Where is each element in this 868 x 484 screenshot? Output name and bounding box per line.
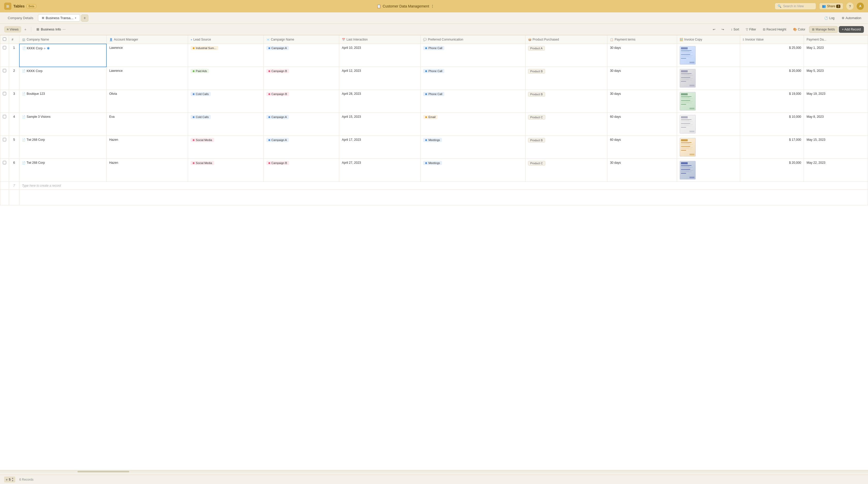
cell-lead-source-4: Cold Calls <box>188 113 264 136</box>
th-account-manager[interactable]: 👤Account Manager <box>106 35 188 44</box>
cell-last-interaction-4: April 15, 2023 <box>339 113 421 136</box>
row-checkbox-1[interactable] <box>0 44 9 67</box>
manage-fields-button[interactable]: ⊞ Manage fields <box>809 26 838 33</box>
page-number: 5 <box>9 478 10 481</box>
cell-payment-date-3: May 19, 2023 <box>804 90 868 113</box>
cell-company-6[interactable]: 📄 Twi 268 Corp <box>20 159 107 182</box>
app-branding: ⊞ Tables Beta <box>4 3 36 10</box>
cell-company-1[interactable]: 📄 KKKK Corp +✱ <box>20 44 107 67</box>
add-record-button[interactable]: + Add Record <box>839 26 864 33</box>
tab-dropdown-icon[interactable]: ▾ <box>75 17 76 20</box>
page-stepper[interactable]: ▲ ▼ <box>11 477 14 482</box>
doc-menu-icon[interactable]: ⋮ <box>431 4 434 8</box>
cell-preferred-comm-5: Meetings <box>421 136 525 159</box>
sort-button[interactable]: ↕ Sort <box>728 26 742 33</box>
cell-campaign-2: Campaign B <box>264 67 339 90</box>
cell-product-purchased-6: Product C <box>525 159 607 182</box>
th-campaign-name[interactable]: 📧Campaign Name <box>264 35 339 44</box>
scrollbar-area[interactable] <box>0 470 868 473</box>
th-invoice-value[interactable]: $Invoice Value <box>740 35 804 44</box>
table-container[interactable]: # 🏢Company Name 👤Account Manager ●Lead S… <box>0 35 868 470</box>
cell-preferred-comm-2: Phone Call <box>421 67 525 90</box>
cell-product-purchased-3: Product B <box>525 90 607 113</box>
create-record-input[interactable]: Type here to create a record <box>20 182 868 190</box>
automation-button[interactable]: ⚙ Automation <box>839 15 864 21</box>
doc-title: Customer Data Management <box>382 4 429 8</box>
cell-payment-terms-3: 30 days <box>607 90 677 113</box>
th-invoice-copy[interactable]: 🖼️Invoice Copy <box>677 35 740 44</box>
views-button[interactable]: ≡ Views <box>4 26 21 33</box>
help-icon[interactable]: ? <box>846 3 854 10</box>
cell-invoice-value-5: $ 17,000 <box>740 136 804 159</box>
view-menu-icon[interactable]: ⋯ <box>63 28 66 31</box>
th-payment-terms[interactable]: 📋Payment terms <box>607 35 677 44</box>
cell-account-manager-6: Hazen <box>106 159 188 182</box>
table-row: 3 📄 Boutique 123 Olivia Cold Calls Campa… <box>0 90 868 113</box>
cell-campaign-3: Campaign B <box>264 90 339 113</box>
th-lead-source[interactable]: ●Lead Source <box>188 35 264 44</box>
row-checkbox-5[interactable] <box>0 136 9 159</box>
table-icon: ⊞ <box>42 16 44 20</box>
th-company-name[interactable]: 🏢Company Name <box>20 35 107 44</box>
cell-preferred-comm-4: Email <box>421 113 525 136</box>
divider <box>31 27 31 32</box>
undo-button[interactable]: ↩ <box>710 26 718 33</box>
page-control[interactable]: + 5 ▲ ▼ <box>4 477 15 482</box>
app-title: Tables <box>13 4 25 8</box>
th-checkbox[interactable] <box>0 35 9 44</box>
cell-invoice-copy-5[interactable] <box>677 136 740 159</box>
create-record-row[interactable]: 7 Type here to create a record <box>0 182 868 190</box>
select-all-checkbox[interactable] <box>3 37 6 41</box>
add-view-button[interactable]: + <box>22 26 28 33</box>
filter-button[interactable]: ▽ Filter <box>743 26 759 33</box>
avatar[interactable]: A <box>857 3 864 10</box>
cell-last-interaction-5: April 17, 2023 <box>339 136 421 159</box>
cell-lead-source-3: Cold Calls <box>188 90 264 113</box>
cell-lead-source-5: Social Media <box>188 136 264 159</box>
cell-invoice-copy-6[interactable] <box>677 159 740 182</box>
th-last-interaction[interactable]: 📅Last Interaction <box>339 35 421 44</box>
th-payment-date[interactable]: Payment Da... <box>804 35 868 44</box>
th-product-purchased[interactable]: 📦Product Purchased <box>525 35 607 44</box>
cell-campaign-4: Campaign A <box>264 113 339 136</box>
toolbar: ≡ Views + ⊞ Business Info ⋯ ↩ ↪ ↕ Sort ▽… <box>0 24 868 35</box>
cell-company-5[interactable]: 📄 Twi 268 Corp <box>20 136 107 159</box>
cell-payment-date-4: May 8, 2023 <box>804 113 868 136</box>
color-icon: 🎨 <box>793 28 797 31</box>
cell-invoice-copy-2[interactable] <box>677 67 740 90</box>
cell-invoice-copy-4[interactable] <box>677 113 740 136</box>
search-placeholder: Search in View <box>783 4 804 8</box>
tab-company-details[interactable]: Company Details <box>4 14 37 22</box>
cell-company-3[interactable]: 📄 Boutique 123 <box>20 90 107 113</box>
th-preferred-comm[interactable]: 💬Preferred Communication <box>421 35 525 44</box>
tab-business-transactions[interactable]: ⊞ Business Transa... ▾ <box>38 14 80 22</box>
nav-actions: 🔍 Search in View 👥 Share 3 ? A <box>775 3 864 10</box>
row-checkbox-3[interactable] <box>0 90 9 113</box>
cell-invoice-value-6: $ 20,000 <box>740 159 804 182</box>
cell-preferred-comm-6: Meetings <box>421 159 525 182</box>
cell-invoice-copy-1[interactable] <box>677 44 740 67</box>
th-row-num: # <box>9 35 20 44</box>
add-page-button[interactable]: + <box>6 478 8 482</box>
grid-icon: ⊞ <box>36 27 39 31</box>
color-button[interactable]: 🎨 Color <box>790 26 808 33</box>
log-button[interactable]: 🕐 Log <box>822 15 837 21</box>
cell-company-4[interactable]: 📄 Sample 3 Visions <box>20 113 107 136</box>
tab-actions: 🕐 Log ⚙ Automation <box>822 15 864 21</box>
row-checkbox-4[interactable] <box>0 113 9 136</box>
doc-title-area[interactable]: 📋 Customer Data Management ⋮ <box>377 4 434 8</box>
cell-invoice-copy-3[interactable] <box>677 90 740 113</box>
search-box[interactable]: 🔍 Search in View <box>775 3 816 9</box>
cell-invoice-value-1: $ 25,000 <box>740 44 804 67</box>
row-checkbox-6[interactable] <box>0 159 9 182</box>
add-tab-button[interactable]: + <box>81 14 88 22</box>
cell-lead-source-2: Paid Ads <box>188 67 264 90</box>
cell-company-2[interactable]: 📄 KKKK Corp <box>20 67 107 90</box>
row-checkbox-2[interactable] <box>0 67 9 90</box>
cell-payment-date-5: May 15, 2023 <box>804 136 868 159</box>
cell-payment-terms-4: 60 days <box>607 113 677 136</box>
share-button[interactable]: 👥 Share 3 <box>819 3 843 9</box>
row-number-1: 1 <box>9 44 20 67</box>
redo-button[interactable]: ↪ <box>719 26 727 33</box>
record-height-button[interactable]: ⊟ Record Height <box>760 26 789 33</box>
